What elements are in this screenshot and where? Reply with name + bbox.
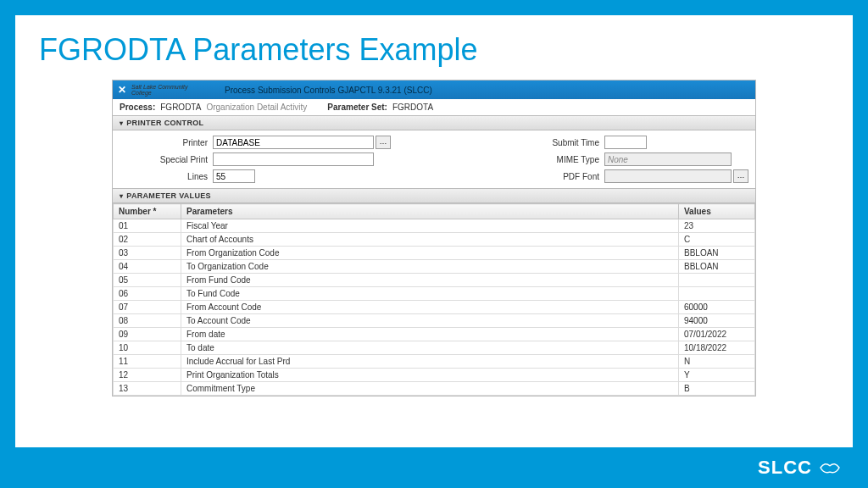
submit-time-input[interactable]: [604, 136, 647, 149]
lion-icon: [817, 458, 843, 477]
cell-number[interactable]: 06: [114, 287, 181, 301]
cell-number[interactable]: 05: [114, 274, 181, 287]
section-printer-control[interactable]: ▾ PRINTER CONTROL: [113, 115, 755, 130]
chevron-down-icon: ▾: [120, 119, 123, 127]
cell-value[interactable]: 60000: [679, 301, 755, 314]
section-parameter-label: PARAMETER VALUES: [126, 191, 210, 200]
close-icon[interactable]: ✕: [113, 80, 131, 99]
cell-parameter[interactable]: From Fund Code: [181, 274, 679, 287]
cell-parameter[interactable]: Fiscal Year: [181, 219, 679, 233]
col-parameters[interactable]: Parameters: [181, 204, 679, 219]
cell-number[interactable]: 03: [114, 247, 181, 260]
window-title: Process Submission Controls GJAPCTL 9.3.…: [191, 86, 755, 95]
printer-form: Printer … Submit Time Special Print MIME…: [113, 130, 755, 188]
cell-value[interactable]: 07/01/2022: [679, 328, 755, 341]
printer-input[interactable]: [213, 136, 374, 149]
cell-value[interactable]: [679, 287, 755, 301]
app-window: ✕ Salt Lake Community College Process Su…: [112, 80, 756, 396]
table-row[interactable]: 04To Organization CodeBBLOAN: [114, 260, 755, 274]
cell-value[interactable]: 23: [679, 219, 755, 233]
cell-number[interactable]: 12: [114, 369, 181, 382]
cell-parameter[interactable]: Include Accrual for Last Prd: [181, 355, 679, 369]
slide-card: FGRODTA Parameters Example ✕ Salt Lake C…: [15, 15, 853, 447]
cell-parameter[interactable]: Commitment Type: [181, 382, 679, 396]
cell-value[interactable]: Y: [679, 369, 755, 382]
cell-value[interactable]: N: [679, 355, 755, 369]
table-row[interactable]: 10To date10/18/2022: [114, 341, 755, 355]
table-row[interactable]: 08To Account Code94000: [114, 314, 755, 328]
cell-parameter[interactable]: To date: [181, 341, 679, 355]
chevron-down-icon: ▾: [120, 192, 123, 200]
table-row[interactable]: 13Commitment TypeB: [114, 382, 755, 396]
college-logo: Salt Lake Community College: [131, 80, 191, 99]
special-print-input[interactable]: [213, 152, 374, 166]
section-printer-label: PRINTER CONTROL: [126, 119, 203, 127]
table-row[interactable]: 12Print Organization TotalsY: [114, 369, 755, 382]
cell-number[interactable]: 04: [114, 260, 181, 274]
pdf-font-label: PDF Font: [511, 172, 604, 181]
cell-number[interactable]: 02: [114, 233, 181, 247]
table-row[interactable]: 06To Fund Code: [114, 287, 755, 301]
submit-time-label: Submit Time: [511, 138, 604, 147]
process-desc: Organization Detail Activity: [206, 103, 307, 112]
mime-type-input[interactable]: [604, 152, 732, 166]
cell-parameter[interactable]: To Account Code: [181, 314, 679, 328]
cell-value[interactable]: 94000: [679, 314, 755, 328]
col-number[interactable]: Number *: [114, 204, 181, 219]
cell-number[interactable]: 07: [114, 301, 181, 314]
cell-parameter[interactable]: To Organization Code: [181, 260, 679, 274]
cell-parameter[interactable]: To Fund Code: [181, 287, 679, 301]
cell-parameter[interactable]: From date: [181, 328, 679, 341]
cell-parameter[interactable]: From Account Code: [181, 301, 679, 314]
lines-input[interactable]: [213, 169, 255, 183]
table-row[interactable]: 01Fiscal Year23: [114, 219, 755, 233]
app-titlebar: ✕ Salt Lake Community College Process Su…: [113, 80, 755, 99]
parameter-table: Number * Parameters Values 01Fiscal Year…: [113, 203, 755, 396]
meta-row: Process: FGRODTA Organization Detail Act…: [113, 99, 755, 115]
cell-parameter[interactable]: From Organization Code: [181, 247, 679, 260]
table-row[interactable]: 02Chart of AccountsC: [114, 233, 755, 247]
cell-value[interactable]: BBLOAN: [679, 260, 755, 274]
table-row[interactable]: 05From Fund Code: [114, 274, 755, 287]
printer-label: Printer: [120, 138, 213, 147]
pdf-font-input[interactable]: [604, 169, 732, 183]
cell-value[interactable]: [679, 274, 755, 287]
paramset-value: FGRDOTA: [392, 103, 433, 112]
lines-label: Lines: [120, 172, 213, 181]
cell-parameter[interactable]: Chart of Accounts: [181, 233, 679, 247]
cell-value[interactable]: C: [679, 233, 755, 247]
footer-brand: SLCC: [758, 457, 843, 479]
cell-parameter[interactable]: Print Organization Totals: [181, 369, 679, 382]
mime-type-label: MIME Type: [511, 155, 604, 164]
slide-footer: SLCC: [0, 447, 868, 488]
table-row[interactable]: 11Include Accrual for Last PrdN: [114, 355, 755, 369]
printer-lookup-button[interactable]: …: [376, 136, 391, 149]
pdf-font-lookup-button[interactable]: …: [733, 169, 748, 183]
process-label: Process:: [120, 103, 155, 112]
cell-number[interactable]: 01: [114, 219, 181, 233]
section-parameter-values[interactable]: ▾ PARAMETER VALUES: [113, 188, 755, 203]
process-value: FGRODTA: [160, 103, 201, 112]
cell-value[interactable]: 10/18/2022: [679, 341, 755, 355]
cell-number[interactable]: 13: [114, 382, 181, 396]
table-row[interactable]: 03From Organization CodeBBLOAN: [114, 247, 755, 260]
slide-title: FGRODTA Parameters Example: [39, 32, 829, 68]
cell-number[interactable]: 08: [114, 314, 181, 328]
table-row[interactable]: 09From date07/01/2022: [114, 328, 755, 341]
table-row[interactable]: 07From Account Code60000: [114, 301, 755, 314]
paramset-label: Parameter Set:: [327, 103, 387, 112]
col-values[interactable]: Values: [679, 204, 755, 219]
cell-number[interactable]: 09: [114, 328, 181, 341]
footer-brand-text: SLCC: [758, 457, 812, 479]
cell-value[interactable]: BBLOAN: [679, 247, 755, 260]
cell-value[interactable]: B: [679, 382, 755, 396]
cell-number[interactable]: 11: [114, 355, 181, 369]
cell-number[interactable]: 10: [114, 341, 181, 355]
special-print-label: Special Print: [120, 155, 213, 164]
